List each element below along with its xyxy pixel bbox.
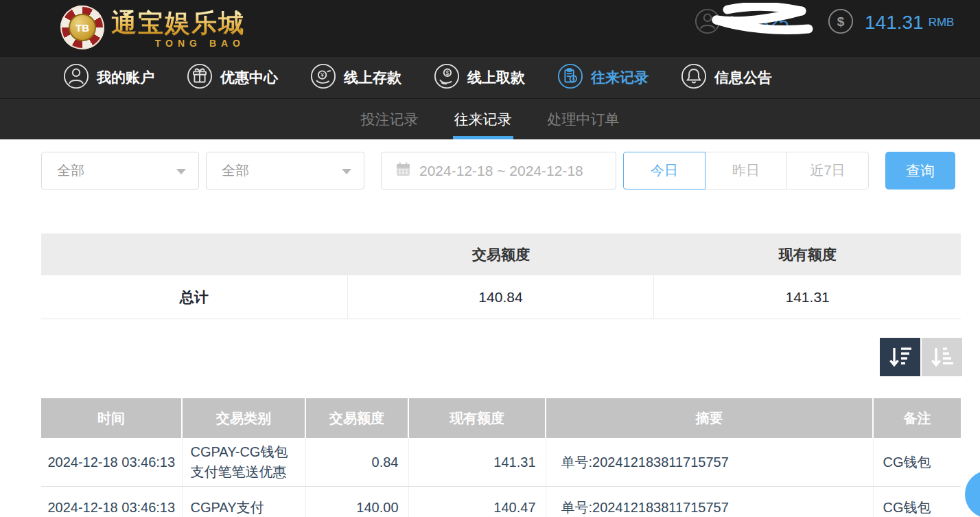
summary-table: 交易额度 现有额度 总计 140.84 141.31	[41, 233, 961, 319]
cell-amount: 140.00	[305, 487, 408, 517]
chevron-down-icon	[176, 169, 186, 174]
type-select-value: 全部	[57, 161, 84, 180]
col-header-type: 交易类别	[182, 398, 305, 438]
cell-remark: CG钱包	[873, 438, 961, 487]
cell-type: CGPAY支付	[182, 487, 305, 517]
nav-item-transaction-records[interactable]: 往来记录	[557, 63, 649, 92]
page: TB 通宝娱乐城 TONG BAO bc7325	[0, 0, 980, 517]
sub-tab-bar: 投注记录 往来记录 处理中订单	[0, 98, 980, 139]
cell-summary: 单号:202412183811715757	[546, 438, 873, 487]
col-header-remark: 备注	[873, 398, 961, 438]
nav-item-deposit[interactable]: ¥ 线上存款	[310, 63, 401, 92]
today-label: 今日	[651, 161, 678, 180]
active-tab-underline	[453, 136, 513, 139]
col-header-balance: 现有额度	[408, 398, 546, 438]
date-range-input[interactable]: 2024-12-18 ~ 2024-12-18	[381, 152, 616, 189]
svg-text:$: $	[446, 69, 450, 76]
last7days-button[interactable]: 近7日	[786, 152, 869, 189]
nav-label: 信息公告	[714, 68, 772, 87]
nav-label: 线上存款	[344, 68, 401, 87]
type-select[interactable]: 全部	[41, 152, 199, 189]
username-text: bc7325	[730, 12, 789, 34]
cell-summary: 单号:202412183811715757	[546, 487, 873, 517]
summary-total-transaction: 140.84	[348, 275, 655, 319]
gift-icon	[187, 63, 213, 92]
sort-descending-button[interactable]	[880, 338, 920, 376]
table-row: 2024-12-18 03:46:13 CGPAY-CG钱包支付笔笔送优惠 0.…	[41, 438, 961, 487]
calendar-icon	[395, 161, 411, 180]
cell-amount: 0.84	[305, 438, 408, 487]
balance-currency: RMB	[929, 16, 955, 30]
today-button[interactable]: 今日	[623, 152, 705, 189]
summary-total-balance: 141.31	[654, 275, 961, 319]
nav-label: 往来记录	[591, 68, 649, 87]
sort-ascending-button[interactable]	[922, 338, 962, 376]
category-select[interactable]: 全部	[206, 152, 364, 189]
date-range-value: 2024-12-18 ~ 2024-12-18	[419, 163, 583, 179]
tab-pending-orders[interactable]: 处理中订单	[530, 99, 638, 139]
cell-balance: 141.31	[408, 438, 546, 487]
balance-amount: 141.31	[865, 12, 924, 34]
category-select-value: 全部	[222, 161, 249, 180]
records-icon	[557, 63, 583, 92]
chip-monogram: TB	[69, 14, 96, 41]
col-header-time: 时间	[41, 398, 182, 438]
nav-item-promotions[interactable]: 优惠中心	[187, 63, 278, 92]
user-account[interactable]: bc7325	[695, 8, 789, 37]
yesterday-button[interactable]: 昨日	[705, 152, 787, 189]
top-bar: TB 通宝娱乐城 TONG BAO bc7325	[0, 0, 980, 57]
tab-transaction-records[interactable]: 往来记录	[436, 99, 530, 139]
cell-remark: CG钱包	[873, 487, 961, 517]
withdraw-icon: $	[434, 63, 460, 92]
nav-item-withdraw[interactable]: $ 线上取款	[434, 63, 525, 92]
table-row: 2024-12-18 03:46:13 CGPAY支付 140.00 140.4…	[41, 487, 961, 517]
user-icon	[63, 63, 89, 92]
sort-descending-icon	[888, 346, 913, 368]
summary-header-row: 交易额度 现有额度	[41, 233, 961, 275]
user-icon	[695, 8, 721, 37]
casino-chip-icon: TB	[60, 5, 104, 49]
site-title: 通宝娱乐城	[111, 6, 245, 41]
cell-balance: 140.47	[408, 487, 546, 517]
main-nav: 我的账户 优惠中心 ¥	[0, 57, 980, 98]
summary-total-row: 总计 140.84 141.31	[41, 275, 961, 319]
records-header-row: 时间 交易类别 交易额度 现有额度 摘要 备注	[41, 398, 961, 438]
nav-label: 线上取款	[467, 68, 525, 87]
cell-type: CGPAY-CG钱包支付笔笔送优惠	[182, 438, 305, 487]
yesterday-label: 昨日	[732, 161, 760, 180]
nav-item-announcements[interactable]: 信息公告	[681, 63, 772, 92]
cell-time: 2024-12-18 03:46:13	[41, 438, 182, 487]
summary-header-transaction: 交易额度	[348, 233, 655, 275]
summary-header-empty	[41, 233, 348, 275]
tab-betting-records[interactable]: 投注记录	[343, 99, 436, 139]
records-table: 时间 交易类别 交易额度 现有额度 摘要 备注 2024-12-18 03:46…	[41, 398, 961, 517]
balance-display[interactable]: $ 141.31 RMB	[828, 8, 954, 37]
logo-text: 通宝娱乐城 TONG BAO	[111, 6, 245, 49]
last7days-label: 近7日	[810, 161, 845, 180]
col-header-amount: 交易额度	[305, 398, 408, 438]
summary-total-label: 总计	[41, 275, 348, 319]
tab-label: 投注记录	[361, 110, 419, 129]
tab-label: 往来记录	[454, 110, 512, 129]
deposit-icon: ¥	[310, 63, 336, 92]
site-logo[interactable]: TB 通宝娱乐城 TONG BAO	[60, 5, 245, 49]
chevron-down-icon	[342, 169, 351, 174]
svg-text:¥: ¥	[320, 71, 324, 78]
sort-ascending-icon	[930, 346, 955, 368]
svg-text:$: $	[837, 14, 845, 29]
col-header-summary: 摘要	[546, 398, 873, 438]
dollar-icon: $	[828, 8, 854, 37]
nav-item-my-account[interactable]: 我的账户	[63, 63, 154, 92]
chat-bubble-button[interactable]	[965, 470, 980, 517]
summary-header-balance: 现有额度	[654, 233, 961, 275]
nav-label: 优惠中心	[220, 68, 278, 87]
search-button[interactable]: 查询	[885, 152, 955, 189]
bell-icon	[681, 63, 707, 92]
sort-controls	[880, 338, 962, 376]
cell-time: 2024-12-18 03:46:13	[41, 487, 182, 517]
quick-date-buttons: 今日 昨日 近7日	[623, 152, 869, 189]
nav-label: 我的账户	[97, 68, 154, 87]
tab-label: 处理中订单	[548, 110, 620, 129]
